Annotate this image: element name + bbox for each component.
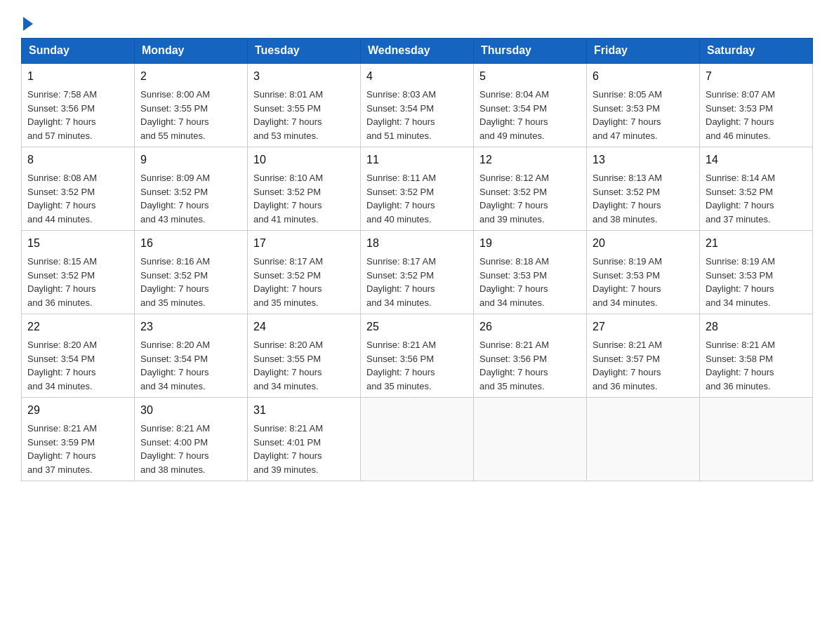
calendar-week-row: 8Sunrise: 8:08 AMSunset: 3:52 PMDaylight… (22, 147, 813, 231)
calendar-day-cell: 17Sunrise: 8:17 AMSunset: 3:52 PMDayligh… (248, 231, 361, 314)
day-number: 22 (27, 318, 128, 335)
day-info: Sunrise: 8:21 AMSunset: 4:00 PMDaylight:… (140, 422, 241, 476)
calendar-day-cell: 12Sunrise: 8:12 AMSunset: 3:52 PMDayligh… (474, 147, 587, 231)
weekday-header-wednesday: Wednesday (361, 39, 474, 64)
day-number: 31 (253, 402, 355, 419)
calendar-day-cell: 29Sunrise: 8:21 AMSunset: 3:59 PMDayligh… (22, 398, 135, 481)
day-info: Sunrise: 8:21 AMSunset: 4:01 PMDaylight:… (253, 422, 355, 476)
day-info: Sunrise: 8:09 AMSunset: 3:52 PMDaylight:… (140, 171, 241, 226)
day-info: Sunrise: 8:20 AMSunset: 3:55 PMDaylight:… (253, 338, 355, 393)
day-number: 10 (253, 152, 355, 168)
day-info: Sunrise: 8:21 AMSunset: 3:58 PMDaylight:… (706, 338, 807, 393)
day-number: 3 (253, 68, 355, 85)
day-info: Sunrise: 8:13 AMSunset: 3:52 PMDaylight:… (593, 171, 694, 226)
day-info: Sunrise: 8:17 AMSunset: 3:52 PMDaylight:… (253, 255, 355, 309)
day-info: Sunrise: 8:21 AMSunset: 3:57 PMDaylight:… (593, 338, 694, 393)
day-info: Sunrise: 8:20 AMSunset: 3:54 PMDaylight:… (27, 338, 128, 393)
calendar-day-cell: 11Sunrise: 8:11 AMSunset: 3:52 PMDayligh… (361, 147, 474, 231)
calendar-day-cell: 9Sunrise: 8:09 AMSunset: 3:52 PMDaylight… (135, 147, 248, 231)
day-number: 15 (27, 235, 128, 252)
day-info: Sunrise: 8:19 AMSunset: 3:53 PMDaylight:… (593, 255, 694, 309)
calendar-day-cell: 20Sunrise: 8:19 AMSunset: 3:53 PMDayligh… (587, 231, 700, 314)
day-info: Sunrise: 8:16 AMSunset: 3:52 PMDaylight:… (140, 255, 241, 309)
calendar-day-cell: 10Sunrise: 8:10 AMSunset: 3:52 PMDayligh… (248, 147, 361, 231)
day-info: Sunrise: 8:17 AMSunset: 3:52 PMDaylight:… (366, 255, 468, 309)
day-info: Sunrise: 8:20 AMSunset: 3:54 PMDaylight:… (140, 338, 241, 393)
day-number: 21 (706, 235, 807, 252)
calendar-day-cell: 15Sunrise: 8:15 AMSunset: 3:52 PMDayligh… (22, 231, 135, 314)
day-info: Sunrise: 8:04 AMSunset: 3:54 PMDaylight:… (479, 88, 581, 142)
day-number: 23 (140, 318, 241, 335)
day-info: Sunrise: 8:00 AMSunset: 3:55 PMDaylight:… (140, 88, 241, 142)
logo (21, 14, 33, 31)
day-info: Sunrise: 8:18 AMSunset: 3:53 PMDaylight:… (479, 255, 581, 309)
weekday-header-sunday: Sunday (22, 39, 135, 64)
calendar-day-cell: 13Sunrise: 8:13 AMSunset: 3:52 PMDayligh… (587, 147, 700, 231)
day-number: 17 (253, 235, 355, 252)
day-number: 24 (253, 318, 355, 335)
day-number: 5 (479, 68, 581, 85)
weekday-header-tuesday: Tuesday (248, 39, 361, 64)
calendar-day-cell: 25Sunrise: 8:21 AMSunset: 3:56 PMDayligh… (361, 314, 474, 398)
day-number: 30 (140, 402, 241, 419)
page-header (21, 14, 813, 31)
weekday-header-monday: Monday (135, 39, 248, 64)
calendar-day-cell: 2Sunrise: 8:00 AMSunset: 3:55 PMDaylight… (135, 63, 248, 147)
calendar-day-cell: 14Sunrise: 8:14 AMSunset: 3:52 PMDayligh… (700, 147, 813, 231)
calendar-day-cell: 28Sunrise: 8:21 AMSunset: 3:58 PMDayligh… (700, 314, 813, 398)
calendar-day-cell: 8Sunrise: 8:08 AMSunset: 3:52 PMDaylight… (22, 147, 135, 231)
calendar-table: SundayMondayTuesdayWednesdayThursdayFrid… (21, 38, 813, 481)
weekday-header-saturday: Saturday (700, 39, 813, 64)
calendar-day-cell: 16Sunrise: 8:16 AMSunset: 3:52 PMDayligh… (135, 231, 248, 314)
calendar-day-cell: 1Sunrise: 7:58 AMSunset: 3:56 PMDaylight… (22, 63, 135, 147)
calendar-day-cell (474, 398, 587, 481)
day-number: 19 (479, 235, 581, 252)
day-info: Sunrise: 8:19 AMSunset: 3:53 PMDaylight:… (706, 255, 807, 309)
day-number: 4 (366, 68, 468, 85)
day-info: Sunrise: 8:10 AMSunset: 3:52 PMDaylight:… (253, 171, 355, 226)
day-number: 18 (366, 235, 468, 252)
day-number: 9 (140, 152, 241, 168)
day-number: 20 (593, 235, 694, 252)
calendar-day-cell: 23Sunrise: 8:20 AMSunset: 3:54 PMDayligh… (135, 314, 248, 398)
day-info: Sunrise: 8:15 AMSunset: 3:52 PMDaylight:… (27, 255, 128, 309)
day-number: 11 (366, 152, 468, 168)
calendar-day-cell (587, 398, 700, 481)
weekday-header-thursday: Thursday (474, 39, 587, 64)
calendar-week-row: 1Sunrise: 7:58 AMSunset: 3:56 PMDaylight… (22, 63, 813, 147)
day-number: 26 (479, 318, 581, 335)
day-number: 29 (27, 402, 128, 419)
calendar-day-cell: 18Sunrise: 8:17 AMSunset: 3:52 PMDayligh… (361, 231, 474, 314)
day-number: 6 (593, 68, 694, 85)
day-info: Sunrise: 8:01 AMSunset: 3:55 PMDaylight:… (253, 88, 355, 142)
calendar-day-cell: 5Sunrise: 8:04 AMSunset: 3:54 PMDaylight… (474, 63, 587, 147)
calendar-week-row: 15Sunrise: 8:15 AMSunset: 3:52 PMDayligh… (22, 231, 813, 314)
calendar-day-cell (700, 398, 813, 481)
day-number: 27 (593, 318, 694, 335)
day-info: Sunrise: 8:05 AMSunset: 3:53 PMDaylight:… (593, 88, 694, 142)
day-info: Sunrise: 8:11 AMSunset: 3:52 PMDaylight:… (366, 171, 468, 226)
day-number: 2 (140, 68, 241, 85)
calendar-day-cell: 30Sunrise: 8:21 AMSunset: 4:00 PMDayligh… (135, 398, 248, 481)
day-info: Sunrise: 8:21 AMSunset: 3:56 PMDaylight:… (366, 338, 468, 393)
calendar-day-cell: 19Sunrise: 8:18 AMSunset: 3:53 PMDayligh… (474, 231, 587, 314)
logo-arrow-icon (23, 17, 33, 31)
day-number: 7 (706, 68, 807, 85)
day-info: Sunrise: 8:08 AMSunset: 3:52 PMDaylight:… (27, 171, 128, 226)
day-info: Sunrise: 8:14 AMSunset: 3:52 PMDaylight:… (706, 171, 807, 226)
weekday-header-row: SundayMondayTuesdayWednesdayThursdayFrid… (22, 39, 813, 64)
calendar-day-cell: 24Sunrise: 8:20 AMSunset: 3:55 PMDayligh… (248, 314, 361, 398)
day-number: 16 (140, 235, 241, 252)
calendar-day-cell: 7Sunrise: 8:07 AMSunset: 3:53 PMDaylight… (700, 63, 813, 147)
day-info: Sunrise: 7:58 AMSunset: 3:56 PMDaylight:… (27, 88, 128, 142)
weekday-header-friday: Friday (587, 39, 700, 64)
day-info: Sunrise: 8:12 AMSunset: 3:52 PMDaylight:… (479, 171, 581, 226)
day-number: 8 (27, 152, 128, 168)
day-number: 12 (479, 152, 581, 168)
calendar-day-cell: 22Sunrise: 8:20 AMSunset: 3:54 PMDayligh… (22, 314, 135, 398)
calendar-day-cell: 4Sunrise: 8:03 AMSunset: 3:54 PMDaylight… (361, 63, 474, 147)
calendar-day-cell: 6Sunrise: 8:05 AMSunset: 3:53 PMDaylight… (587, 63, 700, 147)
day-number: 14 (706, 152, 807, 168)
day-info: Sunrise: 8:03 AMSunset: 3:54 PMDaylight:… (366, 88, 468, 142)
calendar-day-cell: 31Sunrise: 8:21 AMSunset: 4:01 PMDayligh… (248, 398, 361, 481)
